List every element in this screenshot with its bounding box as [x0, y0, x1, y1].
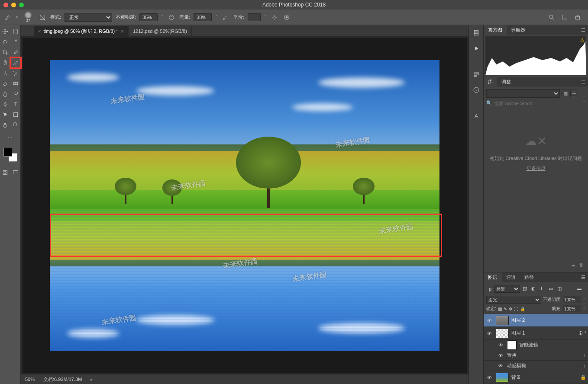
- blur-tool[interactable]: [0, 89, 10, 99]
- lasso-tool[interactable]: [0, 37, 10, 47]
- opacity-input[interactable]: [139, 13, 158, 21]
- layer-item-filter[interactable]: 👁 置换 ⫼: [484, 350, 588, 361]
- visibility-icon[interactable]: 👁: [497, 353, 504, 358]
- layer-item-filter[interactable]: 👁 动感模糊 ⫼: [484, 361, 588, 371]
- shape-tool[interactable]: [11, 110, 20, 119]
- tab-histogram[interactable]: 直方图: [484, 25, 507, 35]
- layer-item-background[interactable]: 👁 背景 🔒: [484, 371, 588, 384]
- tab-doc-2[interactable]: 1212.psd @ 50%(RGB/8): [129, 26, 192, 36]
- blend-mode-select[interactable]: 正常: [65, 13, 112, 22]
- pressure-opacity-icon[interactable]: [167, 13, 176, 22]
- smoothing-options-icon[interactable]: [270, 13, 279, 22]
- lock-paint-icon[interactable]: ✎: [504, 307, 507, 311]
- canvas[interactable]: 未来软件园 未来软件园 未来软件园 未来软件园 未来软件园 未来软件园 未来软件…: [50, 60, 439, 351]
- more-info-link[interactable]: 更多信息: [486, 165, 585, 173]
- maximize-icon[interactable]: [19, 3, 24, 7]
- zoom-tool[interactable]: [11, 120, 20, 130]
- grid-view-icon[interactable]: ▦: [562, 90, 569, 97]
- filter-options-icon[interactable]: ⫼: [582, 363, 586, 368]
- list-view-icon[interactable]: ☰: [570, 90, 578, 97]
- move-tool[interactable]: [0, 27, 10, 36]
- brush-panel-icon[interactable]: [38, 13, 47, 22]
- visibility-icon[interactable]: 👁: [497, 363, 504, 368]
- pressure-size-icon[interactable]: [282, 13, 291, 22]
- zoom-value[interactable]: 50%: [25, 377, 35, 382]
- visibility-icon[interactable]: 👁: [497, 342, 504, 348]
- tab-libraries[interactable]: 库: [484, 77, 497, 86]
- filter-shape-icon[interactable]: ▭: [549, 286, 555, 292]
- window-controls[interactable]: [3, 3, 24, 7]
- marquee-tool[interactable]: [11, 27, 20, 36]
- share-icon[interactable]: [573, 13, 582, 22]
- foreground-color[interactable]: [3, 148, 12, 157]
- dodge-tool[interactable]: [11, 89, 20, 99]
- lock-trans-icon[interactable]: ▦: [498, 307, 502, 311]
- tab-adjustments[interactable]: 调整: [497, 77, 515, 86]
- eyedropper-tool[interactable]: [11, 48, 20, 57]
- minimize-icon[interactable]: [11, 3, 16, 7]
- layer-opacity-input[interactable]: [563, 296, 582, 303]
- filter-toggle[interactable]: ▬: [577, 286, 583, 292]
- quickmask-icon[interactable]: [0, 168, 10, 177]
- info-panel-icon[interactable]: [471, 85, 481, 95]
- tab-navigator[interactable]: 导航器: [507, 25, 530, 35]
- actions-panel-icon[interactable]: [471, 43, 481, 54]
- lock-all-icon[interactable]: 🔒: [520, 307, 525, 311]
- panel-menu-icon[interactable]: ☰: [578, 27, 588, 33]
- pen-tool[interactable]: [0, 99, 10, 109]
- lock-artboard-icon[interactable]: ⛶: [514, 307, 518, 311]
- hand-tool[interactable]: [0, 120, 10, 130]
- tab-channels[interactable]: 通道: [502, 272, 520, 282]
- history-panel-icon[interactable]: [471, 28, 481, 38]
- filter-type-icon[interactable]: T: [540, 286, 546, 292]
- crop-tool[interactable]: [0, 48, 10, 57]
- tab-doc-1[interactable]: × timg.jpeg @ 50% (图层 2, RGB/8) * ×: [34, 26, 129, 36]
- tool-preset-icon[interactable]: [3, 13, 12, 22]
- brush-preview[interactable]: 37: [22, 11, 35, 23]
- layer-item-smartfilter[interactable]: 👁 智能滤镜: [484, 340, 588, 350]
- visibility-icon[interactable]: 👁: [485, 318, 493, 323]
- trash-icon[interactable]: 🗑: [579, 262, 584, 268]
- magic-wand-tool[interactable]: [11, 37, 20, 47]
- workspace-icon[interactable]: [560, 13, 569, 22]
- type-tool[interactable]: [11, 99, 20, 109]
- tab-layers[interactable]: 图层: [484, 272, 502, 282]
- layer-item[interactable]: 👁 图层 1 ⦿ ˄: [484, 327, 588, 340]
- character-panel-icon[interactable]: [471, 111, 481, 121]
- stock-search-input[interactable]: [494, 101, 581, 106]
- airbrush-icon[interactable]: [221, 13, 230, 22]
- layer-filter-select[interactable]: 类型: [494, 285, 520, 293]
- filter-options-icon[interactable]: ⫼: [582, 353, 586, 358]
- clone-tool[interactable]: [0, 68, 10, 78]
- layer-fill-input[interactable]: [563, 305, 582, 312]
- tab-paths[interactable]: 路径: [520, 272, 538, 282]
- cloud-icon[interactable]: ☁: [571, 262, 575, 268]
- panel-menu-icon[interactable]: ☰: [578, 79, 588, 85]
- filter-smart-icon[interactable]: ◫: [557, 286, 563, 292]
- path-tool[interactable]: [0, 110, 10, 119]
- close-icon[interactable]: [3, 3, 8, 7]
- layer-item[interactable]: 👁 图层 2: [484, 314, 588, 327]
- filter-adjust-icon[interactable]: ◐: [531, 286, 537, 292]
- visibility-icon[interactable]: 👁: [485, 331, 493, 336]
- panel-menu-icon[interactable]: ☰: [578, 275, 588, 280]
- search-icon[interactable]: [547, 13, 556, 22]
- brush-tool[interactable]: [11, 58, 20, 67]
- visibility-icon[interactable]: 👁: [485, 375, 493, 380]
- layer-blend-select[interactable]: 柔光: [486, 296, 541, 304]
- close-tab-icon[interactable]: ×: [120, 28, 124, 35]
- color-swatch[interactable]: [3, 148, 17, 162]
- fx-icon[interactable]: ⦿ ˄: [578, 331, 586, 336]
- history-brush-tool[interactable]: [11, 68, 20, 78]
- screenmode-icon[interactable]: [11, 168, 20, 177]
- filter-image-icon[interactable]: ▧: [523, 286, 529, 292]
- gradient-tool[interactable]: [11, 79, 20, 88]
- properties-panel-icon[interactable]: [471, 69, 481, 80]
- library-select[interactable]: [486, 89, 560, 98]
- smoothing-input[interactable]: [248, 13, 261, 21]
- edit-toolbar-icon[interactable]: ⋯: [6, 133, 15, 143]
- healing-tool[interactable]: [0, 58, 10, 67]
- lock-pos-icon[interactable]: ✥: [509, 307, 512, 311]
- flow-input[interactable]: [194, 13, 212, 21]
- eraser-tool[interactable]: [0, 79, 10, 88]
